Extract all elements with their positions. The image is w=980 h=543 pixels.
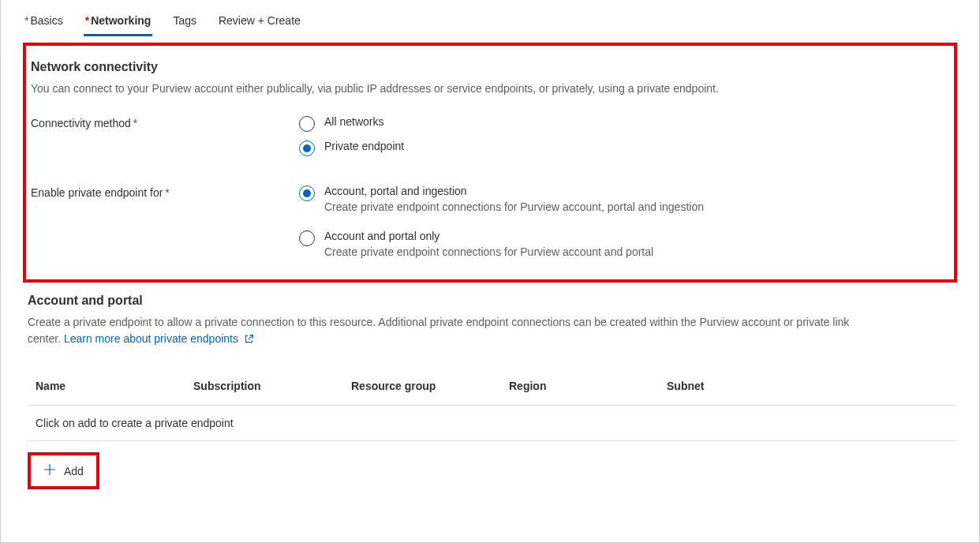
radio-all-networks-label: All networks: [324, 115, 383, 128]
radio-account-portal-only-label: Account and portal only: [324, 230, 653, 242]
radio-account-portal-only[interactable]: Account and portal only Create private e…: [299, 230, 937, 260]
network-connectivity-section: Network connectivity You can connect to …: [23, 43, 957, 283]
radio-icon: [299, 185, 315, 201]
tab-review-create[interactable]: Review + Create: [217, 9, 302, 36]
endpoints-empty-row: Click on add to create a private endpoin…: [28, 406, 957, 441]
radio-account-portal-ingestion-sub: Create private endpoint connections for …: [324, 199, 704, 215]
plus-icon: [43, 463, 56, 478]
radio-icon: [299, 116, 315, 132]
learn-more-link[interactable]: Learn more about private endpoints: [64, 332, 254, 345]
enable-private-endpoint-label: Enable private endpoint for*: [31, 185, 299, 199]
tab-basics-label: Basics: [30, 14, 62, 27]
network-connectivity-desc: You can connect to your Purview account …: [31, 81, 772, 98]
tab-tags[interactable]: Tags: [171, 9, 198, 36]
radio-icon: [299, 230, 315, 246]
endpoints-table-header: Name Subscription Resource group Region …: [28, 367, 957, 406]
add-button-label: Add: [64, 465, 84, 477]
tab-tags-label: Tags: [173, 14, 196, 27]
required-marker: *: [133, 117, 137, 129]
col-region: Region: [509, 380, 667, 392]
radio-account-portal-only-sub: Create private endpoint connections for …: [324, 244, 653, 260]
col-subscription: Subscription: [193, 380, 351, 392]
tab-networking[interactable]: Networking: [84, 9, 153, 36]
add-button[interactable]: Add: [39, 460, 88, 481]
col-resource-group: Resource group: [351, 380, 509, 392]
radio-account-portal-ingestion-label: Account, portal and ingestion: [324, 185, 704, 197]
radio-all-networks[interactable]: All networks: [299, 115, 937, 132]
tab-review-label: Review + Create: [219, 14, 301, 27]
connectivity-method-label: Connectivity method*: [31, 115, 299, 129]
required-marker: *: [165, 186, 169, 199]
tab-networking-label: Networking: [91, 14, 151, 27]
external-link-icon: [244, 332, 254, 350]
radio-private-endpoint[interactable]: Private endpoint: [299, 140, 937, 156]
network-connectivity-title: Network connectivity: [31, 60, 937, 74]
radio-icon: [299, 140, 315, 156]
col-name: Name: [36, 380, 193, 392]
account-portal-desc: Create a private endpoint to allow a pri…: [28, 314, 856, 350]
add-button-highlight: Add: [28, 452, 99, 489]
radio-account-portal-ingestion[interactable]: Account, portal and ingestion Create pri…: [299, 185, 937, 215]
col-subnet: Subnet: [667, 380, 825, 392]
account-portal-title: Account and portal: [28, 294, 957, 308]
radio-private-endpoint-label: Private endpoint: [324, 140, 404, 152]
tab-basics[interactable]: Basics: [23, 9, 65, 36]
